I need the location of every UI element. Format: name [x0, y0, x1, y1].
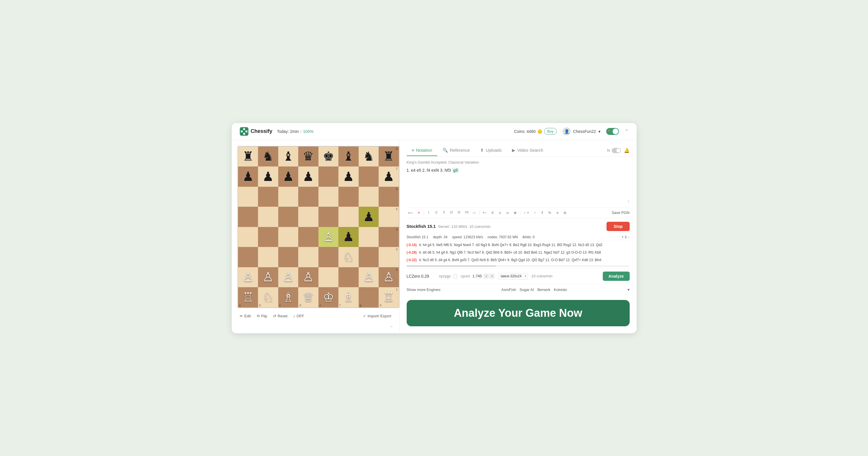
square-c1[interactable]: c♗ — [278, 287, 299, 308]
tab-video-search[interactable]: ▶ Video Search — [507, 145, 548, 156]
square-f7[interactable]: ♟ — [338, 167, 359, 187]
square-g5[interactable]: ♟ — [359, 207, 379, 227]
resize-handle[interactable]: ⌄ — [238, 322, 394, 329]
square-h7[interactable]: 7♟ — [379, 167, 399, 187]
piece-c1[interactable]: ♗ — [283, 291, 294, 304]
square-c5[interactable] — [278, 207, 299, 227]
panel-resize[interactable]: ↕ — [407, 197, 630, 205]
engine-berserk[interactable]: Berserk — [537, 287, 550, 292]
engine-sugai[interactable]: Sugar AI — [520, 287, 534, 292]
square-b4[interactable] — [258, 227, 278, 247]
engine-asmfish[interactable]: AsmFish — [501, 287, 516, 292]
arrow-right-button[interactable]: ←+ — [522, 210, 530, 216]
square-a6[interactable] — [238, 187, 258, 207]
model-select[interactable]: latest-320x24 — [498, 273, 528, 279]
symbol-double-exclaim-button[interactable]: !! — [433, 210, 440, 216]
move-e5[interactable]: e5 — [417, 168, 422, 173]
square-f8[interactable]: ♝ — [338, 146, 359, 167]
square-d3[interactable] — [298, 247, 318, 267]
eval-minus-plus-button[interactable]: ∓ — [489, 210, 496, 216]
piece-e8[interactable]: ♚ — [323, 150, 334, 163]
piece-c8[interactable]: ♝ — [283, 150, 294, 163]
piece-h2[interactable]: ♙ — [383, 271, 394, 283]
eval-arrow-button[interactable]: ⊕ — [512, 210, 518, 216]
move-exf4[interactable]: exf4 — [431, 168, 439, 173]
piece-f7[interactable]: ♟ — [343, 170, 354, 183]
delete-button[interactable]: ✕ — [415, 210, 422, 216]
collapse-icon[interactable]: ⌃ — [625, 129, 628, 134]
square-h8[interactable]: 8♜ — [379, 146, 399, 167]
square-h1[interactable]: 1h♖ — [379, 287, 399, 308]
square-a2[interactable]: ♙ — [238, 267, 258, 287]
square-h4[interactable]: 4 — [379, 227, 399, 247]
analyze-button[interactable]: Analyze — [603, 272, 630, 281]
reset-button[interactable]: ↺ Reset — [271, 313, 290, 319]
buy-button[interactable]: Buy — [544, 128, 557, 135]
square-e3[interactable] — [318, 247, 339, 267]
piece-f8[interactable]: ♝ — [343, 150, 354, 163]
square-h3[interactable]: 3 — [379, 247, 399, 267]
piece-a2[interactable]: ♙ — [242, 271, 254, 283]
piece-e4[interactable]: ♙ — [323, 230, 334, 243]
square-e7[interactable] — [318, 167, 339, 187]
square-a8[interactable]: ♜ — [238, 146, 258, 167]
square-e2[interactable] — [318, 267, 339, 287]
engine-lines-count[interactable]: + 3 − — [622, 235, 629, 239]
piece-b7[interactable]: ♟ — [262, 170, 274, 183]
syzygy-checkbox[interactable] — [453, 274, 457, 278]
eval-plus-minus-button[interactable]: +− — [481, 210, 488, 216]
square-g7[interactable] — [359, 167, 379, 187]
analyze-cta[interactable]: Analyze Your Game Now — [407, 300, 630, 326]
square-e6[interactable] — [318, 187, 339, 207]
square-g2[interactable]: ♙ — [359, 267, 379, 287]
tab-notation[interactable]: ≡ Notation — [407, 145, 438, 156]
square-f3[interactable]: ♘ — [338, 247, 359, 267]
square-b6[interactable] — [258, 187, 278, 207]
piece-f1[interactable]: ♗ — [343, 291, 354, 304]
square-g4[interactable] — [359, 227, 379, 247]
square-a1[interactable]: a♖ — [238, 287, 258, 308]
piece-g2[interactable]: ♙ — [363, 271, 374, 283]
circle-button[interactable]: ⊘ — [562, 210, 568, 216]
eval-infinity-button[interactable]: ∞ — [504, 210, 511, 216]
flip-button[interactable]: ⟲ Flip — [254, 313, 270, 319]
square-c8[interactable]: ♝ — [278, 146, 299, 167]
sound-button[interactable]: ♪ OFF — [291, 313, 307, 319]
piece-f3[interactable]: ♘ — [343, 251, 354, 263]
piece-b8[interactable]: ♞ — [262, 150, 274, 163]
square-b8[interactable]: ♞ — [258, 146, 278, 167]
square-e5[interactable] — [318, 207, 339, 227]
edit-button[interactable]: ✏ Edit — [238, 313, 253, 319]
square-c3[interactable] — [278, 247, 299, 267]
up-arrow-button[interactable]: ↑ — [532, 210, 538, 216]
piece-b2[interactable]: ♙ — [262, 271, 274, 283]
piece-d7[interactable]: ♟ — [303, 170, 314, 183]
chess-board[interactable]: ♜♞♝♛♚♝♞8♜♟♟♟♟♟7♟6♟5♙♟4♘3♙♙♙♙♙2♙a♖b♘c♗d♕e… — [238, 146, 399, 308]
piece-d2[interactable]: ♙ — [303, 271, 314, 283]
scrollbar[interactable] — [407, 265, 630, 267]
piece-d1[interactable]: ♕ — [303, 291, 314, 304]
square-e8[interactable]: ♚ — [318, 146, 339, 167]
square-f5[interactable] — [338, 207, 359, 227]
piece-c2[interactable]: ♙ — [283, 271, 294, 283]
square-b3[interactable] — [258, 247, 278, 267]
square-c7[interactable]: ♟ — [278, 167, 299, 187]
piece-a7[interactable]: ♟ — [242, 170, 254, 183]
square-g6[interactable] — [359, 187, 379, 207]
square-d5[interactable] — [298, 207, 318, 227]
move-2f4[interactable]: 2. f4 — [422, 168, 430, 173]
move-3nf3[interactable]: 3. Nf3 — [440, 168, 451, 173]
square-a3[interactable] — [238, 247, 258, 267]
square-a4[interactable] — [238, 227, 258, 247]
piece-c7[interactable]: ♟ — [283, 170, 294, 183]
square-e4[interactable]: ♙ — [318, 227, 339, 247]
more-engines-chevron[interactable]: ▾ — [627, 287, 630, 292]
bell-icon[interactable]: 🔔 — [624, 148, 630, 153]
square-d6[interactable] — [298, 187, 318, 207]
square-b7[interactable]: ♟ — [258, 167, 278, 187]
theme-toggle[interactable]: ☀ — [606, 128, 619, 135]
square-f1[interactable]: f♗ — [338, 287, 359, 308]
double-up-button[interactable]: ⇑ — [539, 210, 546, 216]
tab-reference[interactable]: 🔍 Reference — [437, 145, 475, 156]
square-c2[interactable]: ♙ — [278, 267, 299, 287]
